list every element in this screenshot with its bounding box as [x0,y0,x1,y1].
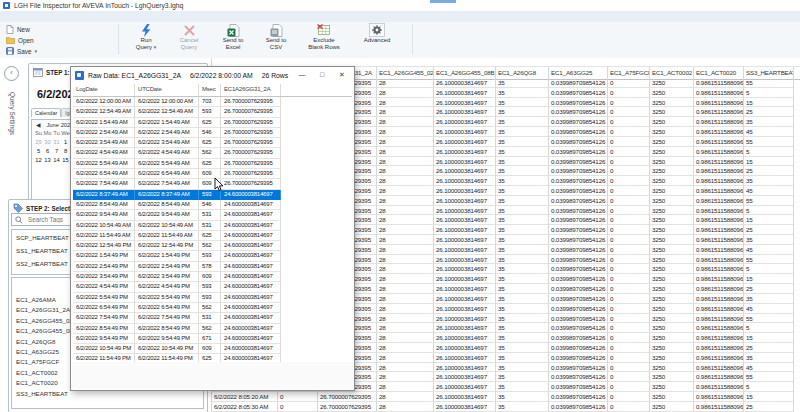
table-row[interactable]: 6/2/2022 11:54:49 AM6/2/2022 11:54:49 AM… [73,231,352,241]
calendar-date-cell[interactable]: 7 [52,147,61,156]
table-cell: 45 [744,186,794,196]
calendar-date-cell[interactable]: 13 [43,156,52,165]
tab-calendar[interactable]: Calendar [31,108,61,117]
column-header[interactable]: Msec [199,84,221,96]
table-cell: 55 [744,78,794,88]
table-cell: 671 [199,334,221,344]
table-cell: 26.1000003814697 [434,314,496,324]
table-cell: 625 [199,138,221,148]
table-row[interactable]: 6/2/2022 4:54:49 AM6/2/2022 4:54:49 AM56… [73,148,352,158]
table-row[interactable]: 6/2/2022 9:54:49 AM6/2/2022 9:54:49 AM53… [73,210,352,220]
table-row[interactable]: 6/2/2022 7:54:49 AM6/2/2022 7:54:49 AM60… [73,179,352,189]
table-row[interactable]: 6/2/2022 1:54:49 AM6/2/2022 1:54:49 AM62… [73,118,352,128]
calendar-date-cell[interactable]: 5 [34,147,43,156]
table-row[interactable]: 6/2/2022 9:54:49 PM6/2/2022 9:54:49 PM67… [73,334,352,344]
table-cell: 28 [377,333,434,343]
table-cell: 26.7000007629395 [221,138,281,148]
column-header[interactable]: LogDate [73,84,135,96]
table-row[interactable]: 6/2/2022 12:54:49 PM6/2/2022 12:54:49 PM… [73,241,352,251]
calendar-date-cell[interactable]: 29 [34,138,43,147]
table-row[interactable]: 6/2/2022 8:54:49 AM6/2/2022 8:54:49 AM54… [73,200,352,210]
table-row[interactable]: 6/2/2022 10:54:49 AM6/2/2022 10:54:49 AM… [73,221,352,231]
calendar-date-cell[interactable]: 31 [52,138,61,147]
collapse-sidebar-button[interactable]: ‹ [4,66,19,81]
save-button[interactable]: Save ▾ [6,46,37,56]
table-row[interactable]: 6/2/2022 5:54:49 AM6/2/2022 5:54:49 AM62… [73,159,352,169]
table-row[interactable]: 6/2/2022 3:54:49 PM6/2/2022 3:54:49 PM60… [73,272,352,282]
table-row[interactable]: 6/2/2022 1:54:49 PM6/2/2022 1:54:49 PM59… [73,251,352,261]
column-header[interactable]: UTCDate [135,84,199,96]
table-row[interactable]: 6/2/2022 3:54:49 AM6/2/2022 3:54:49 AM62… [73,138,352,148]
new-button[interactable]: New [6,24,30,34]
calendar-date-cell[interactable]: 6 [43,147,52,156]
table-cell: 0 [608,402,650,412]
table-cell: 0.039989709854126 [549,98,608,108]
table-cell: 55 [744,372,794,382]
table-cell: 0 [608,117,650,127]
open-button[interactable]: Open [6,35,34,45]
table-row[interactable]: 6/2/2022 12:54:49 AM6/2/2022 12:54:49 AM… [73,107,352,117]
dialog-title-bar[interactable]: Raw Data: EC1_A26GG31_2A6/2/2022 8:00:00… [71,67,354,83]
calendar-date-cell[interactable]: 15 [61,156,70,165]
calendar-date-cell[interactable]: 14 [52,156,61,165]
dialog-icon [75,71,84,80]
table-cell: 35 [496,137,549,147]
table-cell: 35 [496,264,549,274]
table-row[interactable]: 6/2/2022 2:54:49 PM6/2/2022 2:54:49 PM57… [73,262,352,272]
table-cell: 3250 [650,402,694,412]
table-cell: 0.986151158809662 [694,294,744,304]
table-cell: 35 [496,215,549,225]
maximize-button[interactable]: □ [312,67,332,83]
table-cell: 0.039989709854126 [549,245,608,255]
close-button[interactable]: ✕ [332,67,352,83]
table-row[interactable]: 6/2/2022 6:54:49 AM6/2/2022 6:54:49 AM60… [73,169,352,179]
table-cell: 0 [608,206,650,216]
table-row[interactable]: 6/2/2022 8:05:30 AM026.70000076293952826… [212,402,794,412]
table-cell: 26.1000003814697 [434,206,496,216]
advanced-button[interactable]: Advanced [352,23,402,56]
exclude-blank-rows-button[interactable]: Exclude Blank Rows [298,23,350,56]
table-cell: 0 [608,127,650,137]
calendar-date-cell[interactable]: 30 [43,138,52,147]
table-row[interactable]: 6/2/2022 8:05:20 AM026.70000076293952826… [212,392,794,402]
app-icon [3,2,10,9]
table-cell: 3250 [650,88,694,98]
calendar-date-cell[interactable]: 8 [61,147,70,156]
table-cell: 6/2/2022 5:54:49 PM [135,293,199,303]
table-cell: 25 [744,166,794,176]
run-query-button[interactable]: Run Query ▾ [126,23,166,56]
send-to-csv-button[interactable]: Send to CSV [256,23,296,56]
table-cell: 26.1000003814697 [434,353,496,363]
dialog-title: Raw Data: EC1_A26GG31_2A6/2/2022 8:00:00… [88,72,297,79]
table-cell: 0 [608,314,650,324]
table-cell: 0 [608,304,650,314]
table-row[interactable]: 6/2/2022 2:54:49 AM6/2/2022 2:54:49 AM54… [73,128,352,138]
table-row[interactable]: 6/2/2022 5:54:49 PM6/2/2022 5:54:49 PM59… [73,293,352,303]
calendar-date-cell[interactable]: 12 [34,156,43,165]
table-cell: 3250 [650,186,694,196]
table-row[interactable]: 6/2/2022 10:54:49 PM6/2/2022 10:54:49 PM… [73,344,352,354]
table-row[interactable]: 6/2/2022 4:54:49 PM6/2/2022 4:54:49 PM59… [73,282,352,292]
column-header[interactable]: EC1A26GG31_2A [221,84,281,96]
calendar-date-cell[interactable]: 1 [61,138,70,147]
table-row[interactable]: 6/2/2022 6:54:49 PM6/2/2022 6:54:49 PM56… [73,303,352,313]
table-cell: 625 [199,118,221,128]
calendar-prev-icon[interactable]: ◀ [36,122,40,128]
table-cell: 24.6000003814697 [221,324,281,334]
table-cell: 703 [199,97,221,107]
table-cell: 28 [377,363,434,373]
send-to-excel-button[interactable]: Send to Excel [212,23,254,56]
table-cell: 28 [377,78,434,88]
table-cell: 55 [744,255,794,265]
table-cell: 28 [377,304,434,314]
table-row[interactable]: 6/2/2022 8:37:49 AM6/2/2022 8:37:49 AM59… [73,190,352,200]
table-row[interactable]: 6/2/2022 8:54:49 PM6/2/2022 8:54:49 PM56… [73,324,352,334]
app-window: LGH File Inspector for AVEVA InTouch - L… [0,0,800,412]
minimize-button[interactable]: — [292,67,312,83]
table-cell: 0.986151158809662 [694,186,744,196]
table-cell: 35 [496,363,549,373]
table-row[interactable]: 6/2/2022 7:54:49 PM6/2/2022 7:54:49 PM53… [73,313,352,323]
table-cell: 26.1000003814697 [434,225,496,235]
table-row[interactable]: 6/2/2022 12:00:00 AM6/2/2022 12:00:00 AM… [73,97,352,107]
table-cell: 26.1000003814697 [434,363,496,373]
